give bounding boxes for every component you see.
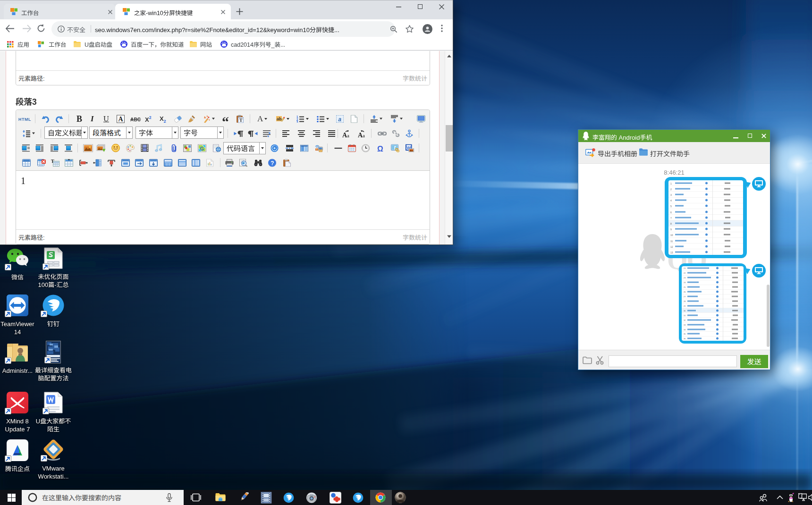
svg-text:?: ?	[271, 159, 274, 166]
svg-text:T: T	[239, 118, 243, 123]
svg-text:G: G	[200, 144, 204, 152]
svg-text:a: a	[347, 132, 349, 137]
svg-text:3: 3	[296, 119, 298, 123]
svg-text:a: a	[363, 132, 365, 137]
